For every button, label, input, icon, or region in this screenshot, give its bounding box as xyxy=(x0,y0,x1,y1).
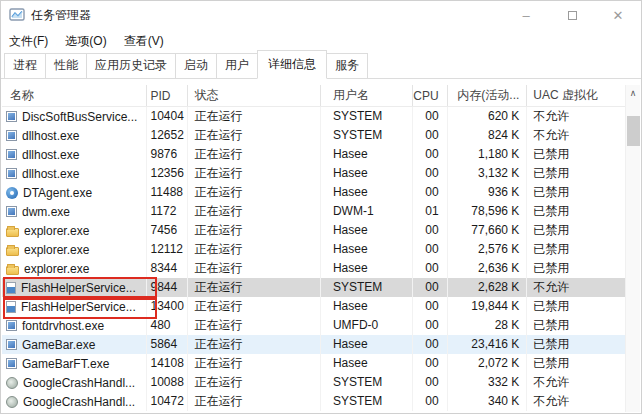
process-row[interactable]: explorer.exe 8344 正在运行 Hasee 00 2,636 K … xyxy=(2,259,625,278)
process-name-cell: FlashHelperService... xyxy=(2,297,147,316)
status-cell: 正在运行 xyxy=(188,202,321,221)
process-name-cell: fontdrvhost.exe xyxy=(2,316,147,335)
menu-item-file[interactable]: 文件(F) xyxy=(9,31,55,52)
process-name: DTAgent.exe xyxy=(23,184,92,202)
user-cell: DWM-1 xyxy=(321,202,413,221)
vertical-scrollbar[interactable]: ∧ xyxy=(625,85,640,412)
column-header-status[interactable]: 状态 xyxy=(188,85,321,106)
pid-cell: 9844 xyxy=(147,278,189,297)
process-name-cell: DiscSoftBusService... xyxy=(2,107,147,126)
process-row[interactable]: GoogleCrashHandl... 10472 正在运行 SYSTEM 00… xyxy=(2,392,625,411)
tab-app-history[interactable]: 应用历史记录 xyxy=(86,53,176,79)
process-row[interactable]: GoogleCrashHandl... 10088 正在运行 SYSTEM 00… xyxy=(2,373,625,392)
cpu-cell: 00 xyxy=(413,240,448,259)
user-cell: SYSTEM xyxy=(321,278,413,297)
process-name-cell: explorer.exe xyxy=(2,221,147,240)
scroll-up-button[interactable]: ∧ xyxy=(626,85,640,100)
maximize-icon xyxy=(568,11,577,20)
process-name: FlashHelperService... xyxy=(21,279,136,297)
tab-services[interactable]: 服务 xyxy=(326,53,368,79)
cpu-cell: 00 xyxy=(413,164,448,183)
cpu-cell: 00 xyxy=(413,221,448,240)
uac-cell: 已禁用 xyxy=(527,316,625,335)
cpu-cell: 00 xyxy=(413,126,448,145)
process-name: fontdrvhost.exe xyxy=(22,317,104,335)
menu-item-options[interactable]: 选项(O) xyxy=(65,31,113,52)
status-cell: 正在运行 xyxy=(188,259,321,278)
column-header-pid[interactable]: PID xyxy=(147,85,189,106)
column-header-name[interactable]: ˆ 名称 xyxy=(2,85,147,106)
process-row[interactable]: explorer.exe 7456 正在运行 Hasee 00 77,660 K… xyxy=(2,221,625,240)
tab-processes[interactable]: 进程 xyxy=(4,53,46,79)
process-icon xyxy=(6,130,17,141)
process-name: GameBar.exe xyxy=(22,336,95,354)
cpu-cell: 00 xyxy=(413,392,448,411)
status-cell: 正在运行 xyxy=(188,183,321,202)
process-name: explorer.exe xyxy=(24,222,89,240)
tabstrip: 进程 性能 应用历史记录 启动 用户 详细信息 服务 xyxy=(1,53,641,79)
close-icon: ✕ xyxy=(613,8,624,23)
process-row[interactable]: dllhost.exe 9876 正在运行 Hasee 00 1,180 K 已… xyxy=(2,145,625,164)
tab-performance[interactable]: 性能 xyxy=(45,53,87,79)
window-title: 任务管理器 xyxy=(31,7,503,24)
process-name: explorer.exe xyxy=(24,260,89,278)
uac-cell: 不允许 xyxy=(527,278,625,297)
process-row[interactable]: dllhost.exe 12356 正在运行 Hasee 00 3,132 K … xyxy=(2,164,625,183)
cpu-cell: 00 xyxy=(413,259,448,278)
menu-item-view[interactable]: 查看(V) xyxy=(124,31,171,52)
column-header-user[interactable]: 用户名 xyxy=(321,85,413,106)
uac-cell: 已禁用 xyxy=(527,221,625,240)
user-cell: SYSTEM xyxy=(321,126,413,145)
process-icon xyxy=(6,339,17,350)
cpu-cell: 00 xyxy=(413,354,448,373)
process-icon xyxy=(6,266,19,275)
cpu-cell: 00 xyxy=(413,145,448,164)
column-header-uac[interactable]: UAC 虚拟化 xyxy=(527,85,625,106)
memory-cell: 19,844 K xyxy=(448,297,528,316)
pid-cell: 12356 xyxy=(147,164,189,183)
process-row[interactable]: dwm.exe 1172 正在运行 DWM-1 01 78,596 K 已禁用 xyxy=(2,202,625,221)
column-header-cpu[interactable]: CPU xyxy=(413,85,448,106)
status-cell: 正在运行 xyxy=(188,278,321,297)
pid-cell: 13400 xyxy=(147,297,189,316)
chevron-up-icon: ∧ xyxy=(630,88,637,98)
tab-details[interactable]: 详细信息 xyxy=(257,50,327,79)
user-cell: Hasee xyxy=(321,335,413,354)
user-cell: Hasee xyxy=(321,221,413,240)
task-manager-app-icon xyxy=(9,7,25,23)
pid-cell: 8344 xyxy=(147,259,189,278)
user-cell: Hasee xyxy=(321,297,413,316)
memory-cell: 78,596 K xyxy=(448,202,528,221)
process-name: FlashHelperService... xyxy=(21,298,136,316)
process-name: dllhost.exe xyxy=(22,146,79,164)
maximize-button[interactable] xyxy=(549,1,595,29)
status-cell: 正在运行 xyxy=(188,221,321,240)
process-name-cell: dllhost.exe xyxy=(2,145,147,164)
memory-cell: 332 K xyxy=(448,373,528,392)
pid-cell: 11488 xyxy=(147,183,189,202)
pid-cell: 7456 xyxy=(147,221,189,240)
tab-users[interactable]: 用户 xyxy=(216,53,258,79)
process-row[interactable]: dllhost.exe 12652 正在运行 SYSTEM 00 824 K 不… xyxy=(2,126,625,145)
scroll-thumb[interactable] xyxy=(627,116,640,146)
process-row[interactable]: FlashHelperService... 9844 正在运行 SYSTEM 0… xyxy=(2,278,625,297)
cpu-cell: 00 xyxy=(413,297,448,316)
process-name: dllhost.exe xyxy=(22,165,79,183)
process-row[interactable]: explorer.exe 12112 正在运行 Hasee 00 2,576 K… xyxy=(2,240,625,259)
minimize-button[interactable]: – xyxy=(503,1,549,29)
pid-cell: 10472 xyxy=(147,392,189,411)
process-row[interactable]: DTAgent.exe 11488 正在运行 Hasee 00 936 K 已禁… xyxy=(2,183,625,202)
sort-ascending-icon: ˆ xyxy=(62,85,65,93)
process-row[interactable]: DiscSoftBusService... 10404 正在运行 SYSTEM … xyxy=(2,107,625,126)
column-header-memory[interactable]: 内存(活动... xyxy=(448,85,528,106)
process-row[interactable]: GameBar.exe 5864 正在运行 Hasee 00 23,416 K … xyxy=(2,335,625,354)
status-cell: 正在运行 xyxy=(188,240,321,259)
pid-cell: 14108 xyxy=(147,354,189,373)
process-row[interactable]: FlashHelperService... 13400 正在运行 Hasee 0… xyxy=(2,297,625,316)
process-row[interactable]: fontdrvhost.exe 480 正在运行 UMFD-0 00 28 K … xyxy=(2,316,625,335)
tab-startup[interactable]: 启动 xyxy=(175,53,217,79)
close-button[interactable]: ✕ xyxy=(595,1,641,29)
memory-cell: 23,416 K xyxy=(448,335,528,354)
process-icon xyxy=(6,320,17,331)
process-row[interactable]: GameBarFT.exe 14108 正在运行 Hasee 00 2,072 … xyxy=(2,354,625,373)
